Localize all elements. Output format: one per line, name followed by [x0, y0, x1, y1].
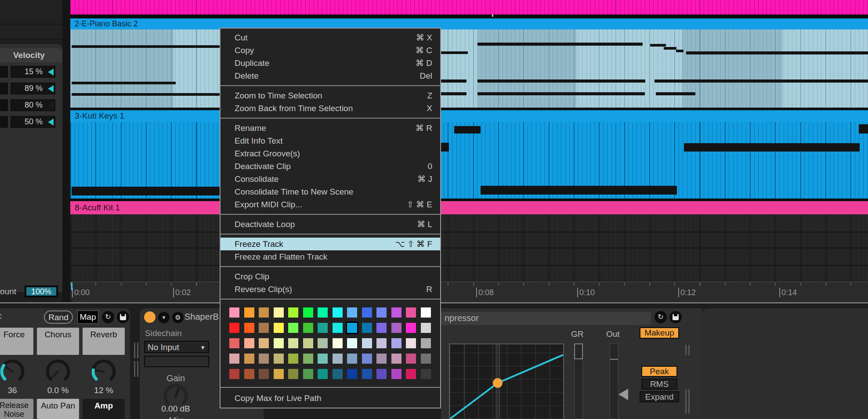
color-swatch[interactable] [259, 323, 269, 333]
color-swatch[interactable] [274, 338, 284, 348]
rand-button[interactable]: Rand [44, 311, 73, 324]
velocity-row[interactable]: 80 % [0, 99, 62, 111]
color-swatch[interactable] [229, 354, 239, 364]
color-swatch[interactable] [288, 369, 298, 379]
color-swatch[interactable] [362, 338, 372, 348]
menu-item-consolidate[interactable]: Consolidate⌘ J [221, 173, 440, 185]
color-swatch[interactable] [229, 338, 239, 348]
color-swatch[interactable] [347, 354, 357, 364]
color-swatch[interactable] [421, 307, 431, 318]
color-swatch[interactable] [421, 354, 431, 364]
color-swatch[interactable] [244, 369, 254, 379]
color-swatch[interactable] [376, 323, 387, 333]
clip-track1-magenta[interactable] [70, 0, 868, 14]
color-swatch[interactable] [274, 323, 284, 333]
clip-body-epiano[interactable] [70, 29, 868, 110]
clip-title-acuff[interactable]: 8-Acuff Kit 1 [70, 201, 868, 214]
color-swatch[interactable] [303, 307, 313, 318]
color-swatch[interactable] [421, 369, 431, 379]
peak-button[interactable]: Peak [641, 366, 677, 377]
menu-item-copy-max-path[interactable]: Copy Max for Live Path [221, 391, 440, 406]
velocity-value-field[interactable]: 89 % [11, 83, 55, 94]
color-swatch[interactable] [362, 354, 372, 364]
device-scrollbar[interactable] [134, 343, 138, 377]
color-swatch[interactable] [391, 369, 401, 379]
color-swatch[interactable] [303, 338, 313, 348]
color-swatch[interactable] [333, 338, 343, 348]
menu-item-duplicate[interactable]: Duplicate⌘ D [221, 57, 440, 69]
menu-item-reverse-clip-s[interactable]: Reverse Clip(s)R [221, 283, 440, 296]
color-swatch[interactable] [333, 369, 343, 379]
color-swatch[interactable] [303, 369, 313, 379]
color-swatch[interactable] [421, 338, 431, 348]
clip-title-epiano[interactable]: 2-E-Piano Basic 2 [70, 18, 868, 29]
color-swatch[interactable] [274, 354, 284, 364]
menu-item-consolidate-time-to-new-scene[interactable]: Consolidate Time to New Scene [221, 185, 440, 198]
color-swatch[interactable] [406, 369, 416, 379]
color-swatch[interactable] [244, 307, 254, 318]
velocity-row[interactable]: 15 % [0, 66, 62, 78]
color-swatch[interactable] [406, 338, 416, 348]
color-swatch[interactable] [274, 369, 284, 379]
menu-item-crop-clip[interactable]: Crop Clip [221, 270, 440, 283]
menu-item-zoom-to-time-selection[interactable]: Zoom to Time SelectionZ [221, 89, 440, 102]
menu-item-edit-info-text[interactable]: Edit Info Text [221, 134, 440, 147]
reverb-knob[interactable] [90, 358, 118, 386]
color-swatch[interactable] [244, 323, 254, 333]
color-swatch[interactable] [229, 369, 239, 379]
color-swatch[interactable] [259, 307, 269, 318]
color-swatch[interactable] [288, 323, 298, 333]
velocity-value-field[interactable]: 50 % [11, 116, 55, 128]
color-swatch[interactable] [376, 307, 387, 318]
color-swatch[interactable] [259, 354, 269, 364]
velocity-value-field[interactable]: 80 % [11, 99, 55, 111]
color-swatch[interactable] [333, 354, 343, 364]
color-swatch[interactable] [376, 354, 387, 364]
color-swatch[interactable] [347, 307, 357, 318]
threshold-arrow-icon[interactable] [618, 389, 628, 400]
color-swatch[interactable] [362, 323, 372, 333]
map-button[interactable]: Map [77, 311, 98, 324]
color-swatch[interactable] [318, 354, 328, 364]
makeup-button[interactable]: Makeup [640, 327, 679, 339]
velocity-value-field[interactable]: 15 % [11, 66, 55, 78]
color-swatch[interactable] [406, 323, 416, 333]
color-swatch[interactable] [347, 369, 357, 379]
empty-lanes[interactable] [70, 214, 868, 282]
color-swatch[interactable] [244, 354, 254, 364]
macro-tab-force[interactable]: Force [0, 328, 33, 355]
menu-item-deactivate-clip[interactable]: Deactivate Clip0 [221, 160, 440, 173]
menu-item-rename[interactable]: Rename⌘ R [221, 122, 440, 134]
macro-tab-reverb[interactable]: Reverb [83, 328, 125, 355]
color-swatch[interactable] [303, 323, 313, 333]
color-swatch[interactable] [259, 338, 269, 348]
color-swatch[interactable] [406, 354, 416, 364]
hot-swap-wrench-icon[interactable]: ⚙ [172, 312, 184, 323]
color-swatch[interactable] [288, 354, 298, 364]
menu-item-freeze-track[interactable]: Freeze Track⌥ ⇧ ⌘ F [221, 238, 440, 250]
force-knob[interactable] [0, 358, 26, 386]
color-swatch[interactable] [391, 338, 401, 348]
clip-title-kuti[interactable]: 3-Kuti Keys 1 [70, 110, 868, 122]
macro-tab-auto-pan[interactable]: Auto Pan [37, 399, 79, 419]
menu-item-freeze-and-flatten-track[interactable]: Freeze and Flatten Track [221, 250, 440, 263]
sidechain-extra-field[interactable] [144, 356, 209, 367]
color-swatch[interactable] [244, 338, 254, 348]
macro-tab-release-noise[interactable]: Release Noise [0, 399, 33, 419]
macro-tab-chorus[interactable]: Chorus [37, 328, 79, 355]
color-swatch[interactable] [303, 354, 313, 364]
velocity-row[interactable]: 50 % [0, 116, 62, 128]
chorus-knob[interactable] [44, 358, 72, 386]
color-swatch[interactable] [362, 307, 372, 318]
amount-field[interactable]: 100% [25, 285, 58, 297]
rms-button[interactable]: RMS [641, 379, 677, 390]
color-swatch[interactable] [288, 307, 298, 318]
color-swatch[interactable] [259, 369, 269, 379]
color-swatch[interactable] [318, 369, 328, 379]
device-on-toggle[interactable] [144, 311, 156, 323]
color-swatch[interactable] [318, 307, 328, 318]
velocity-row[interactable]: 89 % [0, 83, 62, 94]
color-swatch[interactable] [318, 323, 328, 333]
menu-item-delete[interactable]: DeleteDel [221, 69, 440, 82]
color-swatch[interactable] [376, 369, 387, 379]
